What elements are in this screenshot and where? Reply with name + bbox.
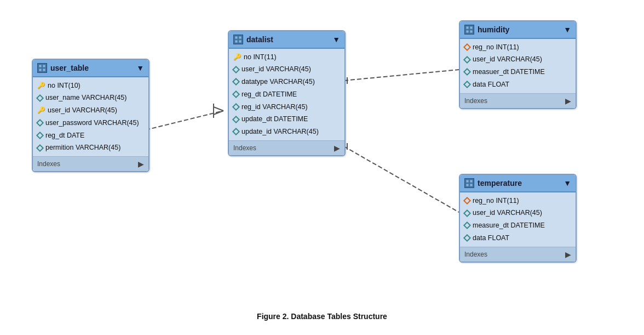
datalist-body: 🔑 no INT(11) user_id VARCHAR(45) datatyp… bbox=[229, 49, 344, 140]
svg-rect-25 bbox=[239, 40, 242, 43]
diamond-teal-icon bbox=[36, 132, 44, 139]
table-humidity: humidity ▼ reg_no INT(11) user_id VARCHA… bbox=[459, 20, 577, 109]
field-text: reg_no INT(11) bbox=[473, 196, 519, 206]
svg-rect-24 bbox=[235, 40, 238, 43]
key-icon: 🔑 bbox=[37, 106, 45, 114]
svg-rect-27 bbox=[470, 26, 473, 29]
table-grid-icon bbox=[464, 178, 474, 188]
svg-line-0 bbox=[146, 111, 223, 130]
field-text: measuer_dt DATETIME bbox=[473, 67, 545, 77]
user-table-title: user_table bbox=[50, 64, 133, 72]
key-icon: 🔑 bbox=[233, 53, 241, 61]
table-datalist: datalist ▼ 🔑 no INT(11) user_id VARCHAR(… bbox=[228, 30, 346, 156]
table-row: user_id VARCHAR(45) bbox=[229, 63, 344, 76]
svg-line-12 bbox=[344, 146, 459, 212]
diamond-teal-icon bbox=[463, 222, 471, 229]
table-row: reg_no INT(11) bbox=[460, 195, 576, 207]
diamond-teal-icon bbox=[36, 144, 44, 152]
diamond-teal-icon bbox=[232, 103, 240, 111]
svg-rect-19 bbox=[43, 65, 45, 67]
table-row: 🔑 no INT(10) bbox=[33, 80, 148, 92]
svg-rect-33 bbox=[470, 184, 473, 186]
temperature-arrow: ▼ bbox=[564, 179, 571, 188]
table-row: data FLOAT bbox=[460, 232, 576, 245]
svg-rect-30 bbox=[466, 180, 469, 183]
field-text: user_id VARCHAR(45) bbox=[473, 54, 542, 65]
table-row: 🔑 no INT(11) bbox=[229, 51, 344, 64]
table-row: user_id VARCHAR(45) bbox=[460, 53, 576, 66]
table-row: 🔑 user_id VARCHAR(45) bbox=[33, 104, 148, 117]
table-row: data FLOAT bbox=[460, 78, 576, 91]
field-text: data FLOAT bbox=[473, 233, 509, 243]
table-row: user_id VARCHAR(45) bbox=[460, 207, 576, 219]
field-text: user_password VARCHAR(45) bbox=[45, 118, 139, 128]
field-text: update_dt DATETIME bbox=[242, 114, 308, 124]
svg-line-1 bbox=[214, 107, 223, 111]
humidity-indexes[interactable]: Indexes ▶ bbox=[460, 93, 576, 108]
diamond-teal-icon bbox=[232, 116, 240, 123]
field-text: no INT(11) bbox=[244, 52, 277, 63]
humidity-arrow: ▼ bbox=[564, 25, 571, 34]
table-row: reg_dt DATETIME bbox=[229, 88, 344, 101]
table-row: update_id VARCHAR(45) bbox=[229, 126, 344, 138]
table-grid-icon bbox=[464, 25, 474, 35]
indexes-label: Indexes bbox=[37, 160, 60, 168]
indexes-label: Indexes bbox=[233, 144, 256, 152]
svg-line-2 bbox=[214, 111, 223, 115]
user-table-indexes[interactable]: Indexes ▶ bbox=[33, 156, 148, 171]
diamond-teal-icon bbox=[232, 128, 240, 135]
field-text: permition VARCHAR(45) bbox=[45, 143, 120, 153]
table-row: user_password VARCHAR(45) bbox=[33, 117, 148, 129]
svg-rect-32 bbox=[466, 184, 469, 186]
table-row: reg_dt DATE bbox=[33, 129, 148, 142]
field-text: data FLOAT bbox=[473, 80, 509, 90]
key-icon: 🔑 bbox=[37, 82, 45, 89]
field-text: user_id VARCHAR(45) bbox=[48, 105, 117, 116]
table-temperature: temperature ▼ reg_no INT(11) user_id VAR… bbox=[459, 174, 577, 263]
svg-rect-23 bbox=[239, 36, 242, 39]
table-row: measure_dt DATETIME bbox=[460, 219, 576, 232]
datalist-indexes[interactable]: Indexes ▶ bbox=[229, 140, 344, 155]
field-text: datatype VARCHAR(45) bbox=[242, 77, 315, 87]
table-user-table-header: user_table ▼ bbox=[33, 60, 148, 77]
table-row: reg_id VARCHAR(45) bbox=[229, 101, 344, 113]
field-text: measure_dt DATETIME bbox=[473, 220, 545, 231]
diamond-teal-icon bbox=[36, 119, 44, 127]
table-grid-icon bbox=[37, 63, 47, 73]
svg-rect-28 bbox=[466, 30, 469, 33]
table-humidity-header: humidity ▼ bbox=[460, 21, 576, 39]
datalist-arrow: ▼ bbox=[332, 35, 340, 44]
indexes-expand-icon[interactable]: ▶ bbox=[565, 96, 571, 105]
indexes-expand-icon[interactable]: ▶ bbox=[565, 250, 571, 259]
temperature-title: temperature bbox=[478, 179, 560, 188]
table-row: measuer_dt DATETIME bbox=[460, 66, 576, 78]
figure-caption: Figure 2. Database Tables Structure bbox=[257, 312, 387, 321]
field-text: reg_id VARCHAR(45) bbox=[242, 102, 308, 112]
field-text: user_id VARCHAR(45) bbox=[473, 208, 542, 218]
diamond-orange-icon bbox=[463, 43, 471, 51]
diamond-teal-icon bbox=[463, 81, 471, 88]
humidity-body: reg_no INT(11) user_id VARCHAR(45) measu… bbox=[460, 39, 576, 93]
indexes-expand-icon[interactable]: ▶ bbox=[138, 160, 144, 168]
diamond-teal-icon bbox=[463, 56, 471, 64]
table-user-table: user_table ▼ 🔑 no INT(10) user_name VARC… bbox=[32, 59, 150, 173]
field-text: reg_no INT(11) bbox=[473, 42, 519, 53]
datalist-title: datalist bbox=[246, 35, 329, 44]
diamond-orange-icon bbox=[463, 197, 471, 205]
svg-rect-22 bbox=[235, 36, 238, 39]
user-table-body: 🔑 no INT(10) user_name VARCHAR(45) 🔑 use… bbox=[33, 77, 148, 157]
diamond-teal-icon bbox=[463, 68, 471, 76]
user-table-arrow: ▼ bbox=[136, 64, 144, 72]
svg-rect-31 bbox=[470, 180, 473, 183]
field-text: reg_dt DATE bbox=[45, 130, 84, 141]
table-row: user_name VARCHAR(45) bbox=[33, 92, 148, 104]
diamond-teal-icon bbox=[232, 78, 240, 86]
indexes-label: Indexes bbox=[464, 251, 487, 258]
diamond-teal-icon bbox=[463, 234, 471, 242]
diagram-container: user_table ▼ 🔑 no INT(10) user_name VARC… bbox=[21, 15, 623, 305]
temperature-indexes[interactable]: Indexes ▶ bbox=[460, 247, 576, 262]
diamond-teal-icon bbox=[232, 66, 240, 73]
field-text: user_id VARCHAR(45) bbox=[242, 64, 311, 75]
indexes-expand-icon[interactable]: ▶ bbox=[334, 144, 340, 152]
indexes-label: Indexes bbox=[464, 97, 487, 105]
